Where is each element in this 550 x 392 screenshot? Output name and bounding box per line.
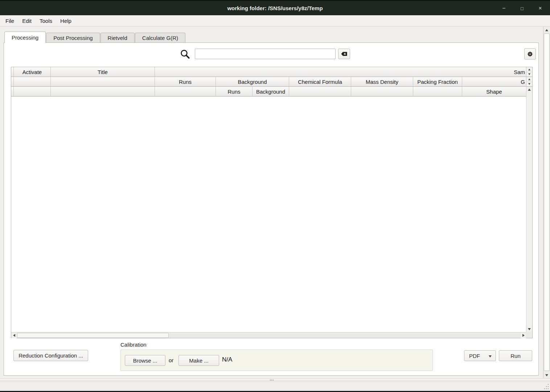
menu-file[interactable]: File (1, 16, 18, 25)
col-header-background-group[interactable]: Background (216, 77, 289, 87)
calibration-status-value: N/A (222, 356, 232, 363)
spin-up-button[interactable] (526, 77, 532, 82)
triangle-up-icon (528, 89, 531, 91)
header-empty (413, 87, 462, 97)
header-scroll-spinner-2 (526, 77, 532, 87)
header-stub (11, 67, 14, 77)
scroll-right-button[interactable] (521, 332, 526, 338)
calibration-browse-button[interactable]: Browse ... (125, 355, 165, 366)
search-input[interactable] (195, 49, 336, 59)
tab-post-processing[interactable]: Post Processing (46, 33, 100, 43)
minimize-button[interactable]: − (499, 4, 509, 13)
output-type-dropdown[interactable]: PDF (464, 350, 496, 361)
tab-processing[interactable]: Processing (4, 32, 46, 43)
tab-rietveld[interactable]: Rietveld (100, 33, 135, 43)
col-header-packing-fraction[interactable]: Packing Fraction (413, 77, 462, 87)
splitter-handle-icon[interactable] (270, 380, 274, 381)
calibration-group-label: Calibration (120, 342, 147, 348)
close-button[interactable]: × (535, 4, 545, 13)
sample-table: Activate Title Sam Runs Background Chemi… (11, 67, 533, 338)
table-vertical-scrollbar[interactable] (526, 87, 532, 332)
scroll-down-button[interactable] (526, 326, 532, 332)
menu-tools[interactable]: Tools (36, 16, 56, 25)
main-vertical-scrollbar[interactable] (543, 27, 550, 378)
chevron-down-icon (489, 355, 492, 358)
col-header-background-background[interactable]: Background (253, 87, 289, 97)
spin-up-button[interactable] (526, 67, 532, 72)
close-icon: × (538, 5, 542, 12)
reduction-configuration-button[interactable]: Reduction Configuration ... (13, 350, 88, 361)
gear-icon (527, 51, 533, 57)
tab-bar: Processing Post Processing Rietveld Calc… (4, 32, 186, 43)
header-empty (51, 87, 155, 97)
table-body-empty (11, 97, 526, 332)
header-stub (11, 87, 14, 97)
window-title: working folder: /SNS/users/y8z/Temp (227, 5, 323, 11)
clear-search-button[interactable] (338, 49, 350, 59)
header-empty (289, 87, 351, 97)
header-empty (51, 77, 155, 87)
splitter[interactable] (0, 379, 550, 381)
col-header-activate[interactable]: Activate (14, 67, 51, 77)
header-stub (11, 77, 14, 87)
menu-help[interactable]: Help (56, 16, 75, 25)
scroll-up-button[interactable] (543, 27, 550, 33)
settings-button[interactable] (524, 48, 536, 60)
processing-tab-pane: Activate Title Sam Runs Background Chemi… (4, 42, 539, 376)
scrollbar-corner (526, 332, 532, 338)
spin-down-button[interactable] (526, 82, 532, 87)
triangle-up-icon (528, 69, 530, 70)
triangle-left-icon (13, 334, 15, 337)
triangle-right-icon (522, 334, 525, 337)
scroll-left-button[interactable] (11, 332, 17, 338)
calibration-make-button[interactable]: Make ... (178, 355, 219, 366)
run-button[interactable]: Run (499, 350, 532, 361)
menu-edit[interactable]: Edit (18, 16, 36, 25)
triangle-down-icon (528, 73, 530, 75)
triangle-down-icon (545, 374, 548, 376)
col-header-geometry[interactable]: G (462, 77, 526, 87)
output-type-selected: PDF (469, 353, 480, 359)
header-scroll-spinner-1 (526, 67, 532, 77)
header-empty (351, 87, 413, 97)
triangle-down-icon (528, 328, 531, 330)
triangle-up-icon (545, 29, 548, 31)
or-label: or (169, 357, 173, 363)
title-bar: working folder: /SNS/users/y8z/Temp − □ … (0, 0, 550, 15)
calibration-group-box (120, 350, 433, 371)
col-header-mass-density[interactable]: Mass Density (351, 77, 413, 87)
tab-calculate-gr[interactable]: Calculate G(R) (135, 33, 185, 43)
vertical-scrollbar-thumb[interactable] (544, 33, 550, 371)
horizontal-scrollbar-thumb[interactable] (17, 333, 169, 338)
minimize-icon: − (502, 5, 505, 12)
scroll-up-button[interactable] (526, 87, 532, 93)
window-controls: − □ × (499, 1, 545, 16)
triangle-down-icon (528, 83, 530, 85)
header-empty (155, 87, 216, 97)
col-header-title[interactable]: Title (51, 67, 155, 77)
resize-grip[interactable] (544, 383, 549, 390)
menu-bar: File Edit Tools Help (0, 15, 550, 26)
col-header-chemical-formula[interactable]: Chemical Formula (289, 77, 351, 87)
scroll-down-button[interactable] (543, 372, 550, 378)
header-empty (14, 77, 51, 87)
search-icon (180, 49, 190, 60)
col-header-runs[interactable]: Runs (155, 77, 216, 87)
col-header-sample[interactable]: Sam (155, 67, 526, 77)
maximize-icon: □ (521, 6, 524, 11)
triangle-up-icon (528, 78, 530, 80)
col-header-shape[interactable]: Shape (462, 87, 526, 97)
maximize-button[interactable]: □ (517, 4, 527, 13)
table-horizontal-scrollbar[interactable] (11, 332, 526, 338)
header-empty (14, 87, 51, 97)
bottom-panel (0, 381, 550, 391)
spin-down-button[interactable] (526, 72, 532, 77)
backspace-icon (341, 52, 347, 56)
col-header-background-runs[interactable]: Runs (216, 87, 253, 97)
